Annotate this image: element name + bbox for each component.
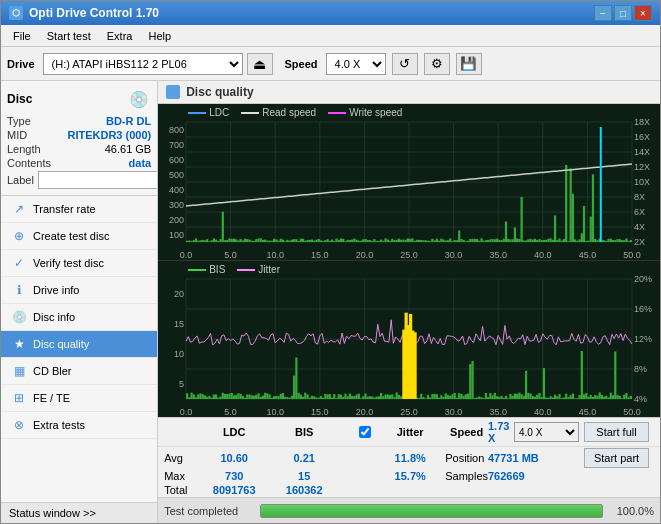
drive-label: Drive <box>7 58 35 70</box>
write-speed-line <box>328 112 346 114</box>
stats-section: LDC BIS Jitter Speed 1.73 X 4.0 X <box>158 417 660 497</box>
bottom-chart-legend: BIS Jitter <box>188 264 280 275</box>
minimize-button[interactable]: − <box>594 5 612 21</box>
bottom-chart-canvas <box>158 261 660 417</box>
menu-file[interactable]: File <box>5 28 39 44</box>
progress-bar-container: Test completed 100.0% <box>158 497 660 523</box>
chart-icon <box>166 85 180 99</box>
start-full-button[interactable]: Start full <box>584 422 649 442</box>
disc-title: Disc <box>7 92 32 106</box>
close-button[interactable]: × <box>634 5 652 21</box>
sidebar-item-transfer-rate[interactable]: ↗ Transfer rate <box>1 196 157 223</box>
sidebar-item-fe-te[interactable]: ⊞ FE / TE <box>1 385 157 412</box>
settings-button[interactable]: ⚙ <box>424 53 450 75</box>
label-row: Label ⬦ <box>7 171 151 189</box>
legend-read-speed: Read speed <box>241 107 316 118</box>
drive-select[interactable]: (H:) ATAPI iHBS112 2 PL06 <box>43 53 243 75</box>
sidebar-label-transfer-rate: Transfer rate <box>33 203 96 215</box>
legend-bis: BIS <box>188 264 225 275</box>
legend-jitter: Jitter <box>237 264 280 275</box>
sidebar: Disc 💿 Type BD-R DL MID RITEKDR3 (000) L… <box>1 81 158 523</box>
status-text: Test completed <box>164 505 254 517</box>
status-window-label: Status window >> <box>9 507 96 519</box>
legend-bis-label: BIS <box>209 264 225 275</box>
stats-avg-row: Avg 10.60 0.21 11.8% Position 47731 MB S… <box>158 447 660 469</box>
legend-jitter-label: Jitter <box>258 264 280 275</box>
disc-type-row: Type BD-R DL <box>7 115 151 127</box>
jitter-max: 15.7% <box>375 470 445 482</box>
verify-test-disc-icon: ✓ <box>11 255 27 271</box>
maximize-button[interactable]: □ <box>614 5 632 21</box>
content-area: Disc 💿 Type BD-R DL MID RITEKDR3 (000) L… <box>1 81 660 523</box>
sidebar-label-fe-te: FE / TE <box>33 392 70 404</box>
legend-ldc: LDC <box>188 107 229 118</box>
disc-header: Disc 💿 <box>7 87 151 111</box>
menu-extra[interactable]: Extra <box>99 28 141 44</box>
jitter-check <box>359 426 375 438</box>
title-bar: ⬡ Opti Drive Control 1.70 − □ × <box>1 1 660 25</box>
length-label: Length <box>7 143 41 155</box>
type-label: Type <box>7 115 31 127</box>
jitter-checkbox[interactable] <box>359 426 371 438</box>
progress-track <box>260 504 603 518</box>
sidebar-label-create-test-disc: Create test disc <box>33 230 109 242</box>
position-label: Position <box>445 452 488 464</box>
avg-label: Avg <box>164 452 199 464</box>
toolbar: Drive (H:) ATAPI iHBS112 2 PL06 ⏏ Speed … <box>1 47 660 81</box>
sidebar-item-drive-info[interactable]: ℹ Drive info <box>1 277 157 304</box>
menu-help[interactable]: Help <box>140 28 179 44</box>
speed-stat-select[interactable]: 4.0 X <box>514 422 579 442</box>
nav-items: ↗ Transfer rate ⊕ Create test disc ✓ Ver… <box>1 196 157 502</box>
mid-label: MID <box>7 129 27 141</box>
status-window-button[interactable]: Status window >> <box>1 502 157 523</box>
position-value-text: 47731 MB <box>488 452 539 464</box>
label-input[interactable] <box>38 171 158 189</box>
start-part-button[interactable]: Start part <box>584 448 649 468</box>
save-button[interactable]: 💾 <box>456 53 482 75</box>
bis-total: 160362 <box>269 484 339 496</box>
chart-header: Disc quality <box>158 81 660 104</box>
disc-mid-row: MID RITEKDR3 (000) <box>7 129 151 141</box>
top-chart: LDC Read speed Write speed <box>158 104 660 261</box>
position-label-text: Position <box>445 452 484 464</box>
stats-total-row: Total 8091763 160362 <box>158 483 660 497</box>
sidebar-item-create-test-disc[interactable]: ⊕ Create test disc <box>1 223 157 250</box>
main-panel: Disc quality LDC Read speed <box>158 81 660 523</box>
sidebar-item-cd-bler[interactable]: ▦ CD Bler <box>1 358 157 385</box>
refresh-button[interactable]: ↺ <box>392 53 418 75</box>
ldc-header: LDC <box>199 426 269 438</box>
top-chart-legend: LDC Read speed Write speed <box>188 107 402 118</box>
jitter-header: Jitter <box>375 426 445 438</box>
disc-icon: 💿 <box>127 87 151 111</box>
jitter-avg: 11.8% <box>375 452 445 464</box>
sidebar-item-verify-test-disc[interactable]: ✓ Verify test disc <box>1 250 157 277</box>
charts-area: LDC Read speed Write speed <box>158 104 660 417</box>
eject-button[interactable]: ⏏ <box>247 53 273 75</box>
max-label: Max <box>164 470 199 482</box>
sidebar-item-disc-quality[interactable]: ★ Disc quality <box>1 331 157 358</box>
cd-bler-icon: ▦ <box>11 363 27 379</box>
read-speed-line <box>241 112 259 114</box>
speed-select[interactable]: 4.0 X <box>326 53 386 75</box>
samples-label: Samples <box>445 470 488 482</box>
sidebar-label-extra-tests: Extra tests <box>33 419 85 431</box>
sidebar-item-extra-tests[interactable]: ⊗ Extra tests <box>1 412 157 439</box>
total-label: Total <box>164 484 199 496</box>
sidebar-label-cd-bler: CD Bler <box>33 365 72 377</box>
drive-info-icon: ℹ <box>11 282 27 298</box>
ldc-avg: 10.60 <box>199 452 269 464</box>
disc-length-row: Length 46.61 GB <box>7 143 151 155</box>
menu-start-test[interactable]: Start test <box>39 28 99 44</box>
window-title: Opti Drive Control 1.70 <box>29 6 159 20</box>
disc-info-icon: 💿 <box>11 309 27 325</box>
stats-header-row: LDC BIS Jitter Speed 1.73 X 4.0 X <box>158 418 660 447</box>
start-part-wrapper: Start part <box>584 448 654 468</box>
create-test-disc-icon: ⊕ <box>11 228 27 244</box>
speed-label: Speed <box>285 58 318 70</box>
samples-label-text: Samples <box>445 470 488 482</box>
progress-percent: 100.0% <box>609 505 654 517</box>
bis-max: 15 <box>269 470 339 482</box>
start-full-header: Start full <box>584 422 654 442</box>
samples-value-text: 762669 <box>488 470 525 482</box>
sidebar-item-disc-info[interactable]: 💿 Disc info <box>1 304 157 331</box>
